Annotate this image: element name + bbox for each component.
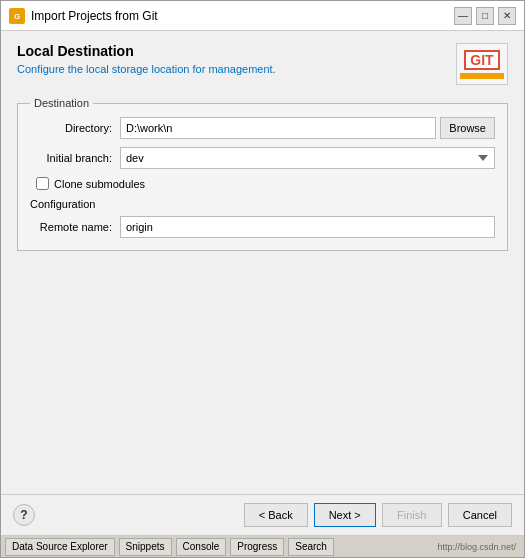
browse-button[interactable]: Browse <box>440 117 495 139</box>
bottom-section: ? < Back Next > Finish Cancel <box>1 494 524 535</box>
taskbar-console-label: Console <box>183 541 220 552</box>
close-button[interactable]: ✕ <box>498 7 516 25</box>
header-text: Local Destination Configure the local st… <box>17 43 276 75</box>
taskbar-search-label: Search <box>295 541 327 552</box>
description-after: management. <box>205 63 275 75</box>
cancel-button[interactable]: Cancel <box>448 503 512 527</box>
taskbar: Data Source Explorer Snippets Console Pr… <box>1 535 524 557</box>
destination-fieldset: Destination Directory: Browse Initial br… <box>17 97 508 251</box>
remote-name-label: Remote name: <box>30 221 120 233</box>
help-button[interactable]: ? <box>13 504 35 526</box>
minimize-button[interactable]: — <box>454 7 472 25</box>
initial-branch-select[interactable]: dev <box>120 147 495 169</box>
description-link: for <box>193 63 206 75</box>
git-logo-text: GIT <box>464 50 499 70</box>
remote-name-row: Remote name: <box>30 216 495 238</box>
clone-submodules-row: Clone submodules <box>30 177 495 190</box>
clone-submodules-label[interactable]: Clone submodules <box>54 178 145 190</box>
taskbar-item-console[interactable]: Console <box>176 538 227 556</box>
taskbar-progress-label: Progress <box>237 541 277 552</box>
taskbar-item-progress[interactable]: Progress <box>230 538 284 556</box>
taskbar-item-search[interactable]: Search <box>288 538 334 556</box>
page-description: Configure the local storage location for… <box>17 63 276 75</box>
title-bar: G Import Projects from Git — □ ✕ <box>1 1 524 31</box>
taskbar-item-snippets[interactable]: Snippets <box>119 538 172 556</box>
initial-branch-label: Initial branch: <box>30 152 120 164</box>
url-text: http://blog.csdn.net/ <box>338 542 520 552</box>
directory-row: Directory: Browse <box>30 117 495 139</box>
description-before: Configure the local storage location <box>17 63 193 75</box>
configuration-section-label: Configuration <box>30 198 495 210</box>
page-title: Local Destination <box>17 43 276 59</box>
git-logo-bar <box>460 73 504 79</box>
remote-name-input[interactable] <box>120 216 495 238</box>
title-bar-left: G Import Projects from Git <box>9 8 158 24</box>
next-button[interactable]: Next > <box>314 503 376 527</box>
svg-text:G: G <box>14 12 20 21</box>
button-bar: ? < Back Next > Finish Cancel <box>1 495 524 535</box>
git-logo: GIT <box>456 43 508 85</box>
dialog-icon: G <box>9 8 25 24</box>
finish-button[interactable]: Finish <box>382 503 442 527</box>
initial-branch-row: Initial branch: dev <box>30 147 495 169</box>
back-button[interactable]: < Back <box>244 503 308 527</box>
dialog-content: Local Destination Configure the local st… <box>1 31 524 494</box>
title-text: Import Projects from Git <box>31 9 158 23</box>
clone-submodules-checkbox[interactable] <box>36 177 49 190</box>
title-controls: — □ ✕ <box>454 7 516 25</box>
directory-input[interactable] <box>120 117 436 139</box>
destination-legend: Destination <box>30 97 93 109</box>
directory-label: Directory: <box>30 122 120 134</box>
taskbar-item-datasource[interactable]: Data Source Explorer <box>5 538 115 556</box>
import-projects-dialog: G Import Projects from Git — □ ✕ Local D… <box>0 0 525 558</box>
header-section: Local Destination Configure the local st… <box>17 43 508 85</box>
taskbar-datasource-label: Data Source Explorer <box>12 541 108 552</box>
maximize-button[interactable]: □ <box>476 7 494 25</box>
taskbar-snippets-label: Snippets <box>126 541 165 552</box>
